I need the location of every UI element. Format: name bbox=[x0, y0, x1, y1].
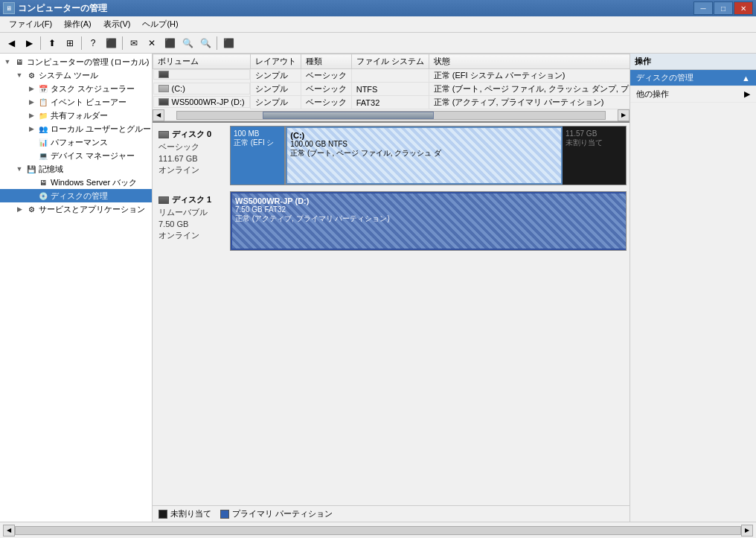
expand-disk-management bbox=[25, 190, 37, 202]
tree-item-local-users[interactable]: ▶ 👥 ローカル ユーザーとグルー bbox=[0, 122, 152, 135]
disk1-part-d[interactable]: WS5000WR-JP (D:) 7.50 GB FAT32 正常 (アクティブ… bbox=[231, 192, 626, 250]
label-system-tools: システム ツール bbox=[37, 70, 98, 81]
vol-fs-1: NTFS bbox=[351, 83, 429, 96]
delete-button[interactable]: ✕ bbox=[144, 35, 160, 51]
bottom-scroll-track[interactable] bbox=[15, 526, 741, 535]
back-button[interactable]: ◀ bbox=[3, 35, 19, 51]
menu-action[interactable]: 操作(A) bbox=[58, 17, 97, 31]
col-status[interactable]: 状態 bbox=[429, 54, 630, 69]
vol-type-1: ベーシック bbox=[301, 83, 351, 96]
volume-icon-1 bbox=[158, 85, 169, 92]
table-row[interactable]: (C:) シンプル ベーシック NTFS 正常 (ブート, ページ ファイル, … bbox=[153, 83, 630, 96]
tree-item-task-scheduler[interactable]: ▶ 📅 タスク スケジューラー bbox=[0, 82, 152, 95]
app-icon: 🖥 bbox=[3, 2, 15, 14]
show-hide-button[interactable]: ⊞ bbox=[62, 35, 78, 51]
tree-item-windows-server[interactable]: 🖥 Windows Server バック bbox=[0, 176, 152, 189]
disk0-efi-size: 100 MB bbox=[234, 129, 281, 138]
forward-button[interactable]: ▶ bbox=[21, 35, 37, 51]
col-volume[interactable]: ボリューム bbox=[153, 54, 251, 69]
tree-item-event-viewer[interactable]: ▶ 📋 イベント ビューアー bbox=[0, 95, 152, 109]
ops-header: 操作 bbox=[630, 54, 756, 70]
minimize-button[interactable]: ─ bbox=[693, 1, 713, 15]
vol-type-0: ベーシック bbox=[301, 69, 351, 83]
tree-item-shared-folders[interactable]: ▶ 📁 共有フォルダー bbox=[0, 109, 152, 122]
tree-item-system-tools[interactable]: ▼ ⚙ システム ツール bbox=[0, 68, 152, 82]
tree-item-storage[interactable]: ▼ 💾 記憶域 bbox=[0, 162, 152, 176]
hscroll-track[interactable] bbox=[176, 111, 606, 120]
toolbar-separator-4 bbox=[217, 36, 217, 50]
vol-type-2: ベーシック bbox=[301, 96, 351, 109]
label-task-scheduler: タスク スケジューラー bbox=[49, 83, 135, 95]
disk0-info: ディスク 0 ベーシック 111.67 GB オンライン bbox=[156, 126, 230, 185]
table-hscroll[interactable]: ◀ ▶ bbox=[153, 109, 630, 121]
new-button[interactable]: ✉ bbox=[126, 35, 142, 51]
volume-icon-2 bbox=[158, 98, 169, 106]
title-buttons: ─ □ ✕ bbox=[693, 1, 753, 15]
expand-services: ▶ bbox=[13, 203, 25, 215]
legend-unalloc: 未割り当て bbox=[158, 508, 211, 519]
table-row[interactable]: WS5000WR-JP (D:) シンプル ベーシック FAT32 正常 (アク… bbox=[153, 96, 630, 109]
disk0-unalloc-size: 11.57 GB bbox=[566, 129, 623, 138]
disk0-unalloc-status: 未割り当て bbox=[566, 138, 623, 148]
menu-view[interactable]: 表示(V) bbox=[97, 17, 137, 31]
tree-container: ▼ 🖥 コンピューターの管理 (ローカル) ▼ ⚙ システム ツール ▶ 📅 タ… bbox=[0, 54, 152, 522]
menu-help[interactable]: ヘルプ(H) bbox=[136, 17, 184, 31]
expand-task-scheduler: ▶ bbox=[25, 83, 37, 95]
vol-layout-1: シンプル bbox=[250, 83, 301, 96]
vol-status-1: 正常 (ブート, ページ ファイル, クラッシュ ダンプ, プライ bbox=[429, 83, 630, 96]
right-panel: ボリューム レイアウト 種類 ファイル システム 状態 シンプル bbox=[153, 54, 630, 522]
col-fs[interactable]: ファイル システム bbox=[351, 54, 429, 69]
toolbar-btn-6[interactable]: ⬛ bbox=[103, 35, 119, 51]
tree-item-performance[interactable]: 📊 パフォーマンス bbox=[0, 135, 152, 149]
disk1-partitions: WS5000WR-JP (D:) 7.50 GB FAT32 正常 (アクティブ… bbox=[230, 191, 627, 251]
hscroll-thumb[interactable] bbox=[263, 112, 434, 119]
bottom-scroll-left[interactable]: ◀ bbox=[3, 525, 15, 537]
window-title: コンピューターの管理 bbox=[18, 2, 107, 15]
tree-item-computer[interactable]: ▼ 🖥 コンピューターの管理 (ローカル) bbox=[0, 55, 152, 68]
disk1-size: 7.50 GB bbox=[158, 220, 227, 228]
expand-event-viewer: ▶ bbox=[25, 96, 37, 108]
search-button-1[interactable]: 🔍 bbox=[179, 35, 196, 51]
bottom-scroll-right[interactable]: ▶ bbox=[741, 525, 753, 537]
expand-shared-folders: ▶ bbox=[25, 109, 37, 121]
table-row[interactable]: シンプル ベーシック 正常 (EFI システム パーティション) bbox=[153, 69, 630, 83]
disk1-name: ディスク 1 bbox=[158, 194, 227, 205]
icon-event-viewer: 📋 bbox=[37, 96, 49, 108]
col-type[interactable]: 種類 bbox=[301, 54, 351, 69]
export-button[interactable]: ⬛ bbox=[220, 35, 237, 51]
col-layout[interactable]: レイアウト bbox=[250, 54, 301, 69]
help-button[interactable]: ? bbox=[85, 35, 101, 51]
maximize-button[interactable]: □ bbox=[714, 1, 733, 15]
close-button[interactable]: ✕ bbox=[734, 1, 753, 15]
ops-item-disk-mgmt[interactable]: ディスクの管理 ▲ bbox=[630, 70, 756, 86]
toolbar-separator-3 bbox=[122, 36, 123, 50]
properties-button[interactable]: ⬛ bbox=[161, 35, 178, 51]
disk0-name: ディスク 0 bbox=[158, 129, 227, 140]
tree-item-disk-management[interactable]: 💿 ディスクの管理 bbox=[0, 189, 152, 202]
disk0-status: オンライン bbox=[158, 164, 227, 176]
ops-arrow-disk-mgmt: ▲ bbox=[742, 74, 750, 83]
disk0-part-efi[interactable]: 100 MB 正常 (EFI シ bbox=[231, 127, 286, 185]
up-button[interactable]: ⬆ bbox=[44, 35, 60, 51]
search-button-2[interactable]: 🔍 bbox=[197, 35, 214, 51]
disk0-label: ディスク 0 bbox=[172, 129, 211, 140]
disk1-d-status: 正常 (アクティブ, プライマリ パーティション) bbox=[235, 214, 623, 224]
ops-arrow-other: ▶ bbox=[744, 89, 750, 99]
hscroll-right[interactable]: ▶ bbox=[618, 109, 630, 121]
disk0-part-unalloc[interactable]: 11.57 GB 未割り当て bbox=[563, 127, 626, 185]
disk0-part-c[interactable]: (C:) 100.00 GB NTFS 正常 (ブート, ページ ファイル, ク… bbox=[286, 127, 563, 185]
disk0-c-size: 100.00 GB NTFS bbox=[290, 140, 558, 148]
disk0-efi-status: 正常 (EFI シ bbox=[234, 138, 281, 148]
icon-local-users: 👥 bbox=[37, 123, 49, 135]
label-windows-server: Windows Server バック bbox=[49, 177, 137, 188]
disk1-status: オンライン bbox=[158, 230, 227, 241]
ops-item-other[interactable]: 他の操作 ▶ bbox=[630, 86, 756, 103]
vol-fs-2: FAT32 bbox=[351, 96, 429, 109]
tree-item-services[interactable]: ▶ ⚙ サービスとアプリケーション bbox=[0, 202, 152, 216]
menu-file[interactable]: ファイル(F) bbox=[3, 17, 58, 31]
label-shared-folders: 共有フォルダー bbox=[49, 110, 108, 121]
hscroll-left[interactable]: ◀ bbox=[153, 109, 164, 121]
tree-item-device-manager[interactable]: 💻 デバイス マネージャー bbox=[0, 149, 152, 162]
toolbar: ◀ ▶ ⬆ ⊞ ? ⬛ ✉ ✕ ⬛ 🔍 🔍 ⬛ bbox=[0, 33, 756, 54]
vol-fs-0 bbox=[351, 69, 429, 83]
